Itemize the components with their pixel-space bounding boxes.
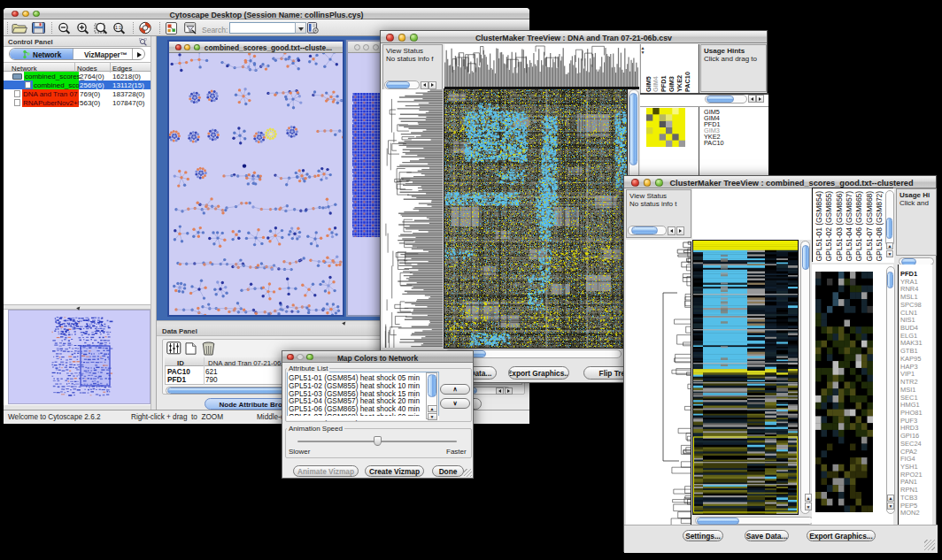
svg-text:GPL51-02 (GSM855): GPL51-02 (GSM855) xyxy=(824,191,833,262)
svg-text:GPL51-04 (GSM857): GPL51-04 (GSM857) xyxy=(845,191,853,262)
svg-text:GPL51-06 (GSM865): GPL51-06 (GSM865) xyxy=(854,191,863,262)
svg-text:GPL51-07 (GSM868): GPL51-07 (GSM868) xyxy=(865,191,874,262)
svg-text:PAC10: PAC10 xyxy=(683,72,691,92)
svg-text:GIM3: GIM3 xyxy=(668,76,676,92)
svg-text:1:1: 1:1 xyxy=(115,25,121,30)
svg-text:GPL51-01 (GSM854): GPL51-01 (GSM854) xyxy=(815,191,823,262)
svg-text:YKE2: YKE2 xyxy=(676,75,683,92)
svg-text:GIM4: GIM4 xyxy=(652,75,660,92)
svg-text:PFD1: PFD1 xyxy=(660,75,668,92)
svg-text:GPL51-08 (GSM872): GPL51-08 (GSM872) xyxy=(875,191,884,262)
svg-text:GPL51-03 (GSM856): GPL51-03 (GSM856) xyxy=(835,191,844,262)
